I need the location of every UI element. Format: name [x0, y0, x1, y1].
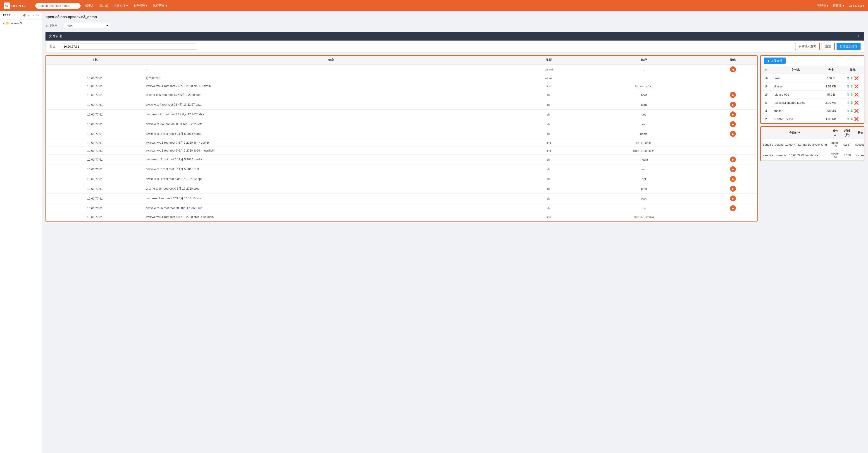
- address-actions: 手动输入查询 重置 打开主机终端: [795, 43, 861, 50]
- cell-info: drwxr-xr-x. 2 root root 6 11月 5 2016 mnt: [144, 165, 518, 174]
- sidebar-add-icon[interactable]: ＋: [27, 14, 30, 17]
- sidebar-item-open-c3[interactable]: ▶ 📁 open-c3: [0, 20, 42, 27]
- navigate-into-button[interactable]: ▶: [730, 92, 736, 98]
- upload-to-server-icon[interactable]: ⬆: [846, 101, 849, 105]
- exec-account-select[interactable]: root: [64, 22, 109, 29]
- upload-cell-op: ⬆⬇❌: [841, 91, 864, 99]
- upload-cell-name: release-001: [771, 91, 820, 99]
- download-icon[interactable]: ⬇: [850, 84, 853, 88]
- cell-path: ..: [579, 64, 709, 74]
- chevron-down-icon: ▾: [126, 4, 128, 7]
- upload-cell-name: abc.tar: [771, 107, 820, 115]
- col-host: 主机: [46, 56, 144, 64]
- nav-pipeline[interactable]: 流水线: [99, 4, 108, 8]
- navigate-into-button[interactable]: ▶: [730, 111, 736, 117]
- refresh-icon[interactable]: ↻: [858, 34, 861, 38]
- delete-icon[interactable]: ❌: [854, 117, 859, 121]
- navigate-into-button[interactable]: ▶: [730, 166, 736, 172]
- upload-to-server-icon[interactable]: ⬆: [846, 117, 849, 121]
- folder-icon: 📁: [6, 21, 10, 25]
- download-icon[interactable]: ⬇: [850, 109, 853, 113]
- sidebar-minus-icon[interactable]: －: [32, 14, 35, 17]
- nav-admin[interactable]: 管理员 ▾: [817, 4, 828, 8]
- nav-biz-mgmt[interactable]: 业务管理 ▾: [133, 4, 148, 8]
- nav-exec-history[interactable]: 执行历史 ▾: [153, 4, 167, 8]
- navigate-into-button[interactable]: ▶: [730, 102, 736, 108]
- download-icon[interactable]: ⬇: [850, 117, 853, 121]
- cell-type: dir: [518, 90, 579, 100]
- chevron-down-icon: ▾: [166, 4, 167, 7]
- task-cell-operator: open-c3: [829, 150, 841, 161]
- navigate-into-button[interactable]: ▶: [730, 121, 736, 127]
- cell-info: lrwxrwxrwx. 1 root root 8 6月 9 2020 sbin…: [144, 213, 518, 221]
- cell-op: ▶: [709, 203, 757, 213]
- upload-to-server-icon[interactable]: ⬆: [846, 93, 849, 96]
- cell-op: [709, 213, 757, 221]
- cell-path: lib64 -> usr/lib64: [579, 147, 709, 155]
- table-row: 10.60.77.61drwxr-xr-x 4 root root 72 4月 …: [46, 100, 757, 110]
- sidebar: TREE 📌 ＋ － ↻ ▶ 📁 open-c3: [0, 11, 42, 453]
- cell-info: drwxr-xr-x. 2 root root 6 11月 5 2016 med…: [144, 155, 518, 165]
- task-cell-status: success: [853, 139, 864, 150]
- cell-host: 10.60.77.61: [46, 184, 144, 194]
- download-icon[interactable]: ⬇: [850, 101, 853, 105]
- upload-col-name: 文件名: [771, 66, 820, 74]
- sidebar-header: TREE 📌 ＋ － ↻: [0, 11, 42, 20]
- table-row: 10.60.77.61drwxr-xr-x. 84 root root 8.0K…: [46, 119, 757, 129]
- upload-to-server-icon[interactable]: ⬆: [846, 109, 849, 113]
- search-input[interactable]: [35, 3, 81, 9]
- navigate-into-button[interactable]: ▶: [730, 157, 736, 162]
- nav-right: 管理员 ▾ 连接器 ▾ OPEN-C3 ▾: [817, 4, 864, 8]
- upload-file-button[interactable]: ⬆ 上传文件: [764, 58, 786, 64]
- upload-table-row: 15release-00145.0 B⬆⬇❌: [761, 91, 864, 99]
- cell-path: proc: [579, 184, 709, 194]
- sidebar-title: TREE: [3, 13, 20, 17]
- navigate-back-button[interactable]: ◀: [730, 66, 736, 72]
- cell-info: drwxr-xr-x 4 root root 72 4月 13 22:57 da…: [144, 100, 518, 110]
- nav-openc3[interactable]: OPEN-C3 ▾: [849, 4, 864, 7]
- nav-quick-exec[interactable]: 快速执行 ▾: [114, 4, 128, 8]
- upload-to-server-icon[interactable]: ⬆: [846, 76, 849, 80]
- cell-type: dir: [518, 100, 579, 110]
- upload-cell-name: AccessClient.app (1).zip: [771, 99, 820, 107]
- nav-dashboard[interactable]: 仪表盘: [85, 4, 94, 8]
- cell-path: boot: [579, 90, 709, 100]
- download-icon[interactable]: ⬇: [850, 93, 853, 96]
- task-col-duration: 耗时(秒): [841, 127, 853, 139]
- delete-icon[interactable]: ❌: [854, 93, 859, 96]
- cell-info: drwxr-xr-x 21 root root 3.2K 8月 17 2020 …: [144, 110, 518, 119]
- exec-account-row: 执行账户 root: [45, 22, 864, 29]
- cell-type: dir: [518, 184, 579, 194]
- navigate-into-button[interactable]: ▶: [730, 196, 736, 201]
- cell-op: ▶: [709, 165, 757, 174]
- file-table-wrapper: 主机 信息 类型 路径 操作 ..parent..◀10.60.77.61总用量…: [45, 55, 757, 222]
- open-terminal-button[interactable]: 打开主机终端: [837, 43, 861, 50]
- cell-path: home: [579, 129, 709, 139]
- cell-host: 10.60.77.61: [46, 74, 144, 82]
- file-mgmt-title: 文件管理: [49, 34, 62, 38]
- upload-cell-name: hosts: [771, 74, 820, 82]
- navigate-into-button[interactable]: ▶: [730, 186, 736, 192]
- delete-icon[interactable]: ❌: [854, 76, 859, 80]
- sidebar-refresh-icon[interactable]: ↻: [36, 14, 39, 17]
- upload-cell-op: ⬆⬇❌: [841, 82, 864, 91]
- cell-path: run: [579, 203, 709, 213]
- navigate-into-button[interactable]: ▶: [730, 131, 736, 137]
- manual-query-button[interactable]: 手动输入查询: [795, 43, 820, 50]
- upload-to-server-icon[interactable]: ⬆: [846, 84, 849, 88]
- cell-info: lrwxrwxrwx. 1 root root 9 6月 9 2020 lib6…: [144, 147, 518, 155]
- reset-button[interactable]: 重置: [822, 43, 835, 50]
- navigate-into-button[interactable]: ▶: [730, 176, 736, 182]
- nav-connector[interactable]: 连接器 ▾: [833, 4, 844, 8]
- upload-header: ⬆ 上传文件: [761, 56, 864, 66]
- delete-icon[interactable]: ❌: [854, 109, 859, 113]
- cell-path: lib -> usr/lib: [579, 139, 709, 147]
- delete-icon[interactable]: ❌: [854, 101, 859, 105]
- upload-col-id: ID: [761, 66, 771, 74]
- navigate-into-button[interactable]: ▶: [730, 205, 736, 211]
- sidebar-pin-icon[interactable]: 📌: [22, 14, 26, 17]
- download-icon[interactable]: ⬇: [850, 76, 853, 80]
- address-input[interactable]: [61, 44, 197, 50]
- delete-icon[interactable]: ❌: [854, 84, 859, 88]
- cell-path: mnt: [579, 165, 709, 174]
